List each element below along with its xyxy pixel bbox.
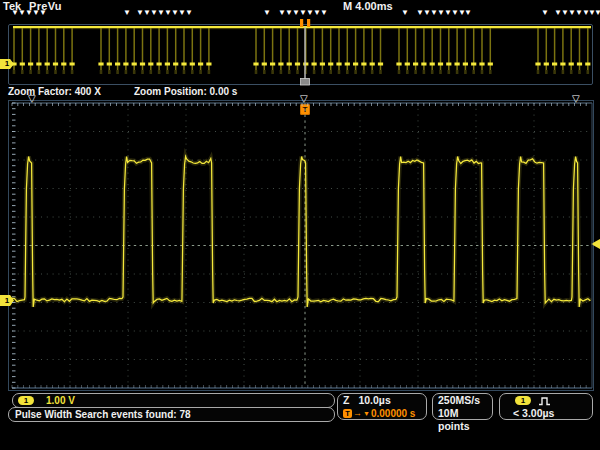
channel1-volts-per-div: 1.00 V [46, 395, 75, 406]
positive-pulse-icon [538, 396, 551, 406]
search-criteria-readout[interactable]: 1 < 3.00µs [499, 393, 593, 420]
channel1-badge: 1 [18, 396, 34, 405]
record-length: 10M points [438, 407, 492, 433]
search-events-text: Pulse Width Search events found: 78 [15, 409, 191, 420]
acquisition-readout[interactable]: 250MS/s 10M points [432, 393, 493, 420]
zoom-scale-prefix: Z [343, 394, 349, 406]
search-source-badge: 1 [515, 396, 531, 405]
waveform-canvas [0, 0, 600, 450]
trigger-t-icon: T [343, 409, 352, 418]
channel1-scale-readout[interactable]: 1 1.00 V [12, 393, 335, 408]
triangle-down-icon: ▼ [363, 409, 370, 418]
oscilloscope-screen: Tek PreVu M 4.00ms ▼▼▼▼▼▼▼▼▼▼▼▼▼▼▼▼▼▼▼▼▼… [0, 0, 600, 450]
search-events-readout[interactable]: Pulse Width Search events found: 78 [8, 407, 335, 422]
arrow-right-icon: → [353, 409, 362, 418]
zoom-timebase-readout[interactable]: Z10.0µs T → ▼ 0.00000 s [337, 393, 427, 420]
sample-rate: 250MS/s [438, 394, 492, 407]
pulse-width-limit: < 3.00µs [500, 407, 592, 419]
zoom-scale-value: 10.0µs [358, 394, 390, 406]
trigger-delay-readout: T → ▼ 0.00000 s [343, 407, 426, 419]
trigger-delay-value: 0.00000 s [371, 408, 416, 419]
